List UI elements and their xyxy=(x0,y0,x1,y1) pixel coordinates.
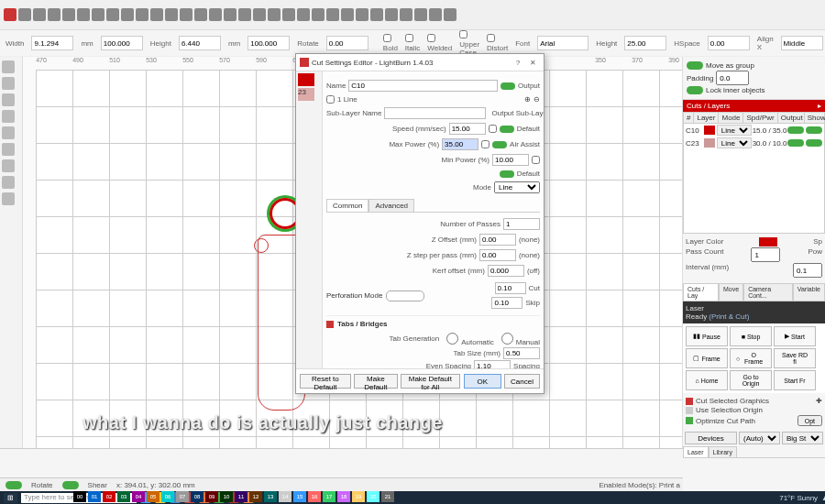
sublayer-name-input[interactable] xyxy=(384,107,486,119)
layer-mode-select[interactable]: Line xyxy=(717,137,752,148)
stop-button[interactable]: ■ Stop xyxy=(730,326,772,346)
tool-icon[interactable] xyxy=(282,8,295,21)
tool-icon[interactable] xyxy=(62,8,75,21)
edit-nodes-icon[interactable] xyxy=(2,159,15,172)
tool-icon[interactable] xyxy=(48,8,60,21)
scale-input[interactable] xyxy=(101,36,143,50)
cut-selected-toggle[interactable]: Cut Selected Graphics ✚ xyxy=(686,397,822,405)
tool-icon[interactable] xyxy=(121,8,134,21)
tool-icon[interactable] xyxy=(77,8,90,21)
make-default-all-button[interactable]: Make Default for All xyxy=(401,374,459,389)
width-input[interactable] xyxy=(31,36,73,50)
palette-swatch[interactable]: 21 xyxy=(381,491,394,502)
close-icon[interactable]: ✕ xyxy=(525,59,540,67)
tool-icon[interactable] xyxy=(312,8,324,21)
palette-swatch[interactable]: 20 xyxy=(367,491,380,502)
tab-laser[interactable]: Laser xyxy=(683,446,709,457)
pass-count-input[interactable] xyxy=(751,247,780,262)
lock-inner-toggle[interactable]: Lock inner objects xyxy=(687,86,821,94)
start-button[interactable]: ⊞ xyxy=(4,493,17,503)
rotate-toggle[interactable] xyxy=(6,481,22,489)
passes-input[interactable] xyxy=(503,218,540,230)
mode-select[interactable]: Line xyxy=(494,181,540,193)
padding-input[interactable] xyxy=(716,71,749,85)
tool-icon[interactable] xyxy=(385,8,398,21)
layer-color-box[interactable] xyxy=(759,237,777,247)
max-power-input[interactable] xyxy=(442,138,478,150)
tool-icon[interactable] xyxy=(165,8,178,21)
tab-advanced[interactable]: Advanced xyxy=(368,199,414,212)
palette-swatch[interactable]: 04 xyxy=(132,491,145,502)
tool-icon[interactable] xyxy=(92,8,104,21)
ellipse-tool-icon[interactable] xyxy=(2,110,15,123)
weather-widget[interactable]: 71°F Sunny xyxy=(779,494,818,502)
optimize-path-toggle[interactable]: Optimize Cut Path Opt xyxy=(686,415,822,426)
palette-swatch[interactable]: 07 xyxy=(176,491,189,502)
rect-tool-icon[interactable] xyxy=(2,93,15,106)
perforation-toggle[interactable] xyxy=(386,290,424,301)
layer-mode-select[interactable]: Line xyxy=(717,125,752,136)
palette-swatch[interactable]: 17 xyxy=(323,491,336,502)
tool-icon[interactable] xyxy=(341,8,354,21)
home-button[interactable]: ⌂ Home xyxy=(686,370,728,390)
palette-swatch[interactable]: 05 xyxy=(147,491,160,502)
layer-swatch[interactable] xyxy=(298,73,314,86)
tool-icon[interactable] xyxy=(253,8,266,21)
tool-icon[interactable] xyxy=(106,8,119,21)
text-tool-icon[interactable] xyxy=(2,143,15,156)
line-tool-icon[interactable] xyxy=(2,77,15,90)
tool-icon[interactable] xyxy=(268,8,280,21)
tab-variable[interactable]: Variable xyxy=(793,283,825,301)
palette-swatch[interactable]: 09 xyxy=(205,491,218,502)
use-selection-toggle[interactable]: Use Selection Origin xyxy=(686,406,822,414)
dialog-titlebar[interactable]: Cut Settings Editor - LightBurn 1.4.03 ?… xyxy=(296,54,544,71)
tool-icon[interactable] xyxy=(444,8,456,21)
tool-icon[interactable] xyxy=(33,8,46,21)
tab-camera[interactable]: Camera Cont... xyxy=(743,283,793,301)
add-sublayer-icon[interactable]: ⊕ xyxy=(524,95,531,104)
tabgen-manual[interactable] xyxy=(501,333,513,345)
tool-icon[interactable] xyxy=(414,8,427,21)
pause-button[interactable]: ▮▮ Pause xyxy=(686,326,728,346)
layer-row[interactable]: C10 Line 15.0 / 35.0 xyxy=(684,124,824,137)
tool-icon[interactable] xyxy=(150,8,163,21)
move-group-toggle[interactable]: Move as group xyxy=(687,61,821,70)
goto-origin-button[interactable]: Go to Origin xyxy=(730,370,772,390)
palette-swatch[interactable]: 12 xyxy=(249,491,262,502)
tab-move[interactable]: Move xyxy=(719,283,743,301)
tool-icon[interactable] xyxy=(194,8,207,21)
palette-swatch[interactable]: 15 xyxy=(293,491,306,502)
polygon-tool-icon[interactable] xyxy=(2,126,15,139)
tool-icon[interactable] xyxy=(356,8,368,21)
tab-cuts[interactable]: Cuts / Lay xyxy=(683,283,719,301)
palette-swatch[interactable]: 18 xyxy=(337,491,350,502)
select-tool-icon[interactable] xyxy=(2,60,15,73)
make-default-button[interactable]: Make Default xyxy=(354,374,398,389)
tool-icon[interactable] xyxy=(429,8,442,21)
layer-row[interactable]: C23 Line 30.0 / 10.0 xyxy=(684,137,824,149)
palette-swatch[interactable]: 06 xyxy=(161,491,174,502)
palette-swatch[interactable]: 19 xyxy=(352,491,365,502)
reset-default-button[interactable]: Reset to Default xyxy=(300,374,351,389)
shear-toggle[interactable] xyxy=(62,481,79,489)
tab-library[interactable]: Library xyxy=(709,446,737,457)
layer-swatch[interactable]: 23 xyxy=(298,88,314,101)
oframe-button[interactable]: ○ O Frame xyxy=(730,348,772,368)
save-rd-button[interactable]: Save RD fi xyxy=(774,348,816,368)
palette-swatch[interactable]: 11 xyxy=(235,491,248,502)
rotate-input[interactable] xyxy=(326,36,368,50)
devices-button[interactable]: Devices xyxy=(685,432,737,444)
tab-common[interactable]: Common xyxy=(326,199,368,212)
palette-swatch[interactable]: 02 xyxy=(103,491,116,502)
tool-icon[interactable] xyxy=(224,8,236,21)
tool-icon[interactable] xyxy=(297,8,310,21)
min-power-input[interactable] xyxy=(492,154,529,166)
speed-input[interactable] xyxy=(449,123,486,135)
palette-swatch[interactable]: 14 xyxy=(279,491,292,502)
remove-sublayer-icon[interactable]: ⊖ xyxy=(534,95,540,104)
palette-swatch[interactable]: 10 xyxy=(220,491,233,502)
output-toggle[interactable] xyxy=(500,82,515,90)
palette-swatch[interactable]: 00 xyxy=(73,491,86,502)
palette-swatch[interactable]: 08 xyxy=(191,491,204,502)
shape-hole[interactable] xyxy=(254,238,269,253)
